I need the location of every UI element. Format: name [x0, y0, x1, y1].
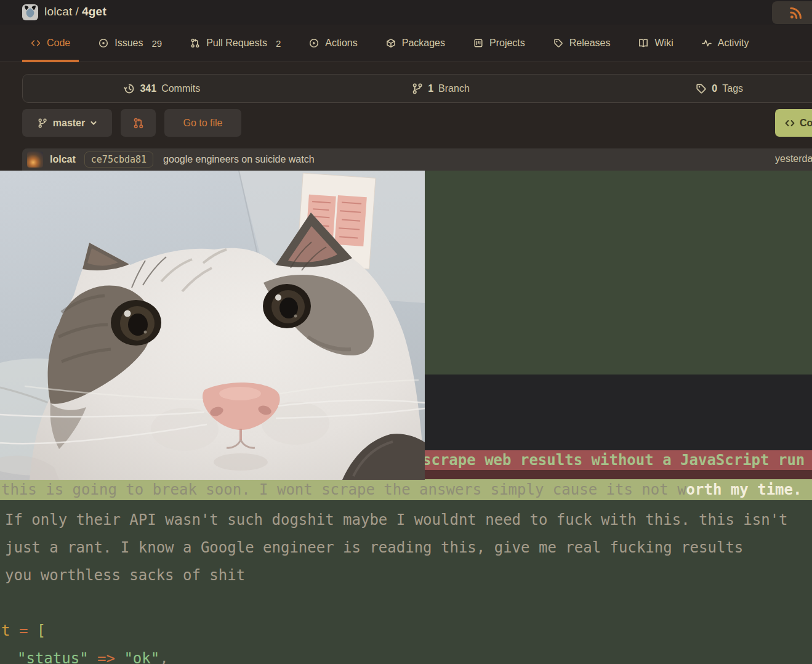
cat-right-eye — [263, 284, 311, 328]
tag-icon — [553, 38, 563, 48]
repo-page: lolcat/4get CodeIssues29Pull Requests2Ac… — [0, 0, 812, 664]
go-to-file-label: Go to file — [183, 118, 222, 129]
code-token: t — [1, 622, 19, 639]
readme-line: you worthless sacks of shit — [0, 562, 812, 589]
tab-label: Pull Requests — [206, 38, 267, 49]
repo-owner-link[interactable]: lolcat — [44, 5, 73, 18]
commits-label: Commits — [161, 83, 200, 94]
added-line-highlight: orth my time. — [686, 481, 802, 498]
readme-line: just a rant. I know a Google engineer is… — [0, 534, 812, 562]
branch-selector-button[interactable]: master — [22, 109, 112, 137]
branch-icon — [412, 83, 423, 94]
tags-count: 0 — [712, 83, 717, 94]
code-view-lower: If only their API wasn't such dogshit ma… — [0, 500, 812, 664]
tab-actions[interactable]: Actions — [300, 25, 366, 62]
play-circle-icon — [309, 38, 319, 48]
pull-request-icon — [190, 38, 200, 48]
tab-count: 2 — [276, 38, 281, 49]
cat-left-eye — [111, 300, 161, 346]
stats-bar: 341 Commits 1 Branch 0 Tags — [22, 74, 812, 103]
pulse-icon — [702, 38, 712, 48]
rss-button[interactable] — [772, 1, 812, 24]
repo-title-separator: / — [76, 5, 79, 18]
tab-packages[interactable]: Packages — [377, 25, 454, 62]
pull-request-icon — [133, 118, 144, 129]
header-bar: lolcat/4get — [0, 0, 812, 25]
code-token: , — [159, 650, 168, 664]
tags-label: Tags — [722, 83, 743, 94]
repo-tabbar: CodeIssues29Pull Requests2ActionsPackage… — [0, 25, 812, 62]
branch-name: master — [53, 118, 85, 129]
cat-image — [0, 171, 425, 480]
blank-line — [0, 589, 812, 617]
stats-commits[interactable]: 341 Commits — [23, 75, 302, 102]
code-token: "status" — [17, 650, 89, 664]
code-icon — [31, 38, 41, 48]
tab-label: Projects — [489, 38, 525, 49]
removed-line-text: scrape web results without a JavaScript … — [422, 450, 805, 470]
commit-hash[interactable]: ce75cbda81 — [84, 152, 153, 168]
tab-label: Wiki — [654, 38, 673, 49]
rss-icon — [789, 6, 803, 20]
cat-photo — [0, 171, 425, 480]
compare-branches-button[interactable] — [121, 109, 156, 137]
tab-releases[interactable]: Releases — [545, 25, 619, 62]
code-line: t = [ — [0, 617, 812, 645]
commit-author-avatar[interactable] — [27, 152, 43, 168]
tab-pull-requests[interactable]: Pull Requests2 — [182, 25, 289, 62]
code-token: = — [19, 622, 37, 639]
book-icon — [638, 38, 648, 48]
project-board-icon — [473, 38, 483, 48]
tab-label: Releases — [569, 38, 611, 49]
tab-label: Code — [47, 38, 70, 49]
go-to-file-button[interactable]: Go to file — [164, 109, 241, 137]
commit-time: yesterday — [775, 153, 812, 164]
latest-commit-bar: lolcat ce75cbda81 google engineers on su… — [22, 148, 812, 171]
tab-label: Actions — [325, 38, 357, 49]
added-line-text: this is going to break soon. I wont scra… — [1, 481, 686, 498]
code-token: [ — [37, 622, 46, 639]
tab-activity[interactable]: Activity — [693, 25, 758, 62]
readme-line: If only their API wasn't such dogshit ma… — [0, 506, 812, 534]
branches-count: 1 — [428, 83, 433, 94]
diff-added-line: this is going to break soon. I wont scra… — [0, 479, 812, 500]
tab-projects[interactable]: Projects — [465, 25, 534, 62]
code-token: "ok" — [124, 650, 159, 664]
code-download-button[interactable]: Code — [775, 109, 812, 137]
commits-count: 341 — [140, 83, 156, 94]
tab-label: Activity — [718, 38, 749, 49]
code-button-label: Code — [800, 118, 812, 129]
commit-message[interactable]: google engineers on suicide watch — [163, 154, 315, 165]
stats-branches[interactable]: 1 Branch — [302, 75, 581, 102]
repo-name-link[interactable]: 4get — [82, 5, 107, 18]
code-line: "status" => "ok", — [0, 645, 812, 664]
tab-issues[interactable]: Issues29 — [90, 25, 171, 62]
stats-tags[interactable]: 0 Tags — [580, 75, 812, 102]
code-icon — [785, 118, 795, 128]
branch-icon — [38, 118, 47, 128]
repo-title: lolcat/4get — [44, 5, 107, 18]
branches-label: Branch — [438, 83, 470, 94]
tab-count: 29 — [152, 38, 163, 49]
code-token: => — [89, 650, 124, 664]
issue-circle-icon — [98, 38, 108, 48]
tab-label: Issues — [115, 38, 143, 49]
commit-author[interactable]: lolcat — [50, 154, 76, 165]
history-icon — [124, 83, 135, 94]
repo-avatar[interactable] — [22, 4, 38, 20]
package-icon — [386, 38, 396, 48]
tab-label: Packages — [402, 38, 445, 49]
tab-code[interactable]: Code — [22, 25, 79, 62]
cat-logo-icon — [22, 4, 38, 20]
chevron-down-icon — [90, 121, 97, 126]
tab-wiki[interactable]: Wiki — [630, 25, 681, 62]
tag-icon — [696, 83, 707, 94]
